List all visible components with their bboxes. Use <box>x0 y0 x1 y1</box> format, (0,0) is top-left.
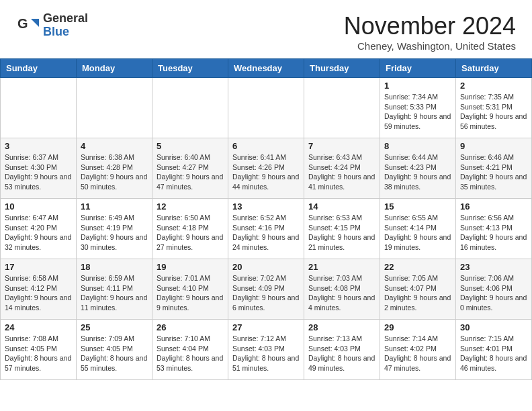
calendar-cell: 3Sunrise: 6:37 AMSunset: 4:30 PMDaylight… <box>1 138 77 199</box>
calendar-week-5: 24Sunrise: 7:08 AMSunset: 4:05 PMDayligh… <box>1 320 532 380</box>
day-number: 19 <box>157 262 224 272</box>
location: Cheney, Washington, United States <box>344 40 516 52</box>
page-header: G General Blue November 2024 Cheney, Was… <box>0 0 532 58</box>
weekday-header-saturday: Saturday <box>456 59 532 78</box>
day-info: Sunrise: 6:49 AMSunset: 4:19 PMDaylight:… <box>81 213 148 253</box>
day-number: 16 <box>460 201 527 212</box>
day-info: Sunrise: 7:03 AMSunset: 4:08 PMDaylight:… <box>308 273 375 313</box>
day-number: 11 <box>81 201 148 212</box>
calendar-cell: 1Sunrise: 7:34 AMSunset: 5:33 PMDaylight… <box>380 78 456 138</box>
day-number: 3 <box>5 141 72 151</box>
day-info: Sunrise: 7:12 AMSunset: 4:03 PMDaylight:… <box>232 334 300 373</box>
calendar-cell: 18Sunrise: 6:59 AMSunset: 4:11 PMDayligh… <box>77 259 152 320</box>
calendar-cell: 5Sunrise: 6:40 AMSunset: 4:27 PMDaylight… <box>152 138 228 199</box>
day-info: Sunrise: 7:15 AMSunset: 4:01 PMDaylight:… <box>460 334 527 373</box>
day-number: 18 <box>81 262 148 272</box>
day-info: Sunrise: 6:52 AMSunset: 4:16 PMDaylight:… <box>232 213 300 253</box>
day-info: Sunrise: 7:06 AMSunset: 4:06 PMDaylight:… <box>460 273 527 313</box>
logo-blue: Blue <box>43 26 88 39</box>
calendar-week-1: 1Sunrise: 7:34 AMSunset: 5:33 PMDaylight… <box>1 78 532 138</box>
day-info: Sunrise: 6:43 AMSunset: 4:24 PMDaylight:… <box>308 152 375 192</box>
svg-text:G: G <box>17 16 28 31</box>
day-info: Sunrise: 6:38 AMSunset: 4:28 PMDaylight:… <box>81 152 148 192</box>
calendar-week-4: 17Sunrise: 6:58 AMSunset: 4:12 PMDayligh… <box>1 259 532 320</box>
calendar-cell: 10Sunrise: 6:47 AMSunset: 4:20 PMDayligh… <box>1 199 77 259</box>
day-info: Sunrise: 7:09 AMSunset: 4:05 PMDaylight:… <box>81 334 148 373</box>
calendar-week-2: 3Sunrise: 6:37 AMSunset: 4:30 PMDaylight… <box>1 138 532 199</box>
day-number: 21 <box>308 262 375 272</box>
calendar-cell: 27Sunrise: 7:12 AMSunset: 4:03 PMDayligh… <box>228 320 304 380</box>
day-number: 29 <box>384 322 451 332</box>
weekday-header-tuesday: Tuesday <box>152 59 228 78</box>
calendar-cell: 2Sunrise: 7:35 AMSunset: 5:31 PMDaylight… <box>456 78 532 138</box>
day-info: Sunrise: 7:35 AMSunset: 5:31 PMDaylight:… <box>460 92 527 132</box>
calendar-cell: 4Sunrise: 6:38 AMSunset: 4:28 PMDaylight… <box>77 138 152 199</box>
day-info: Sunrise: 7:13 AMSunset: 4:03 PMDaylight:… <box>308 334 375 373</box>
day-number: 10 <box>5 201 72 212</box>
calendar-cell: 26Sunrise: 7:10 AMSunset: 4:04 PMDayligh… <box>152 320 228 380</box>
day-info: Sunrise: 7:34 AMSunset: 5:33 PMDaylight:… <box>384 92 451 132</box>
day-number: 5 <box>157 141 224 151</box>
day-info: Sunrise: 7:08 AMSunset: 4:05 PMDaylight:… <box>5 334 72 373</box>
calendar-cell: 16Sunrise: 6:56 AMSunset: 4:13 PMDayligh… <box>456 199 532 259</box>
svg-marker-2 <box>31 19 39 27</box>
day-number: 15 <box>384 201 451 212</box>
day-info: Sunrise: 6:55 AMSunset: 4:14 PMDaylight:… <box>384 213 451 253</box>
calendar-table: SundayMondayTuesdayWednesdayThursdayFrid… <box>0 58 532 380</box>
month-title: November 2024 <box>344 12 516 40</box>
day-info: Sunrise: 6:56 AMSunset: 4:13 PMDaylight:… <box>460 213 527 253</box>
day-info: Sunrise: 6:44 AMSunset: 4:23 PMDaylight:… <box>384 152 451 192</box>
day-number: 22 <box>384 262 451 272</box>
day-info: Sunrise: 6:41 AMSunset: 4:26 PMDaylight:… <box>232 152 300 192</box>
day-info: Sunrise: 7:10 AMSunset: 4:04 PMDaylight:… <box>157 334 224 373</box>
weekday-header-row: SundayMondayTuesdayWednesdayThursdayFrid… <box>1 59 532 78</box>
day-number: 12 <box>157 201 224 212</box>
day-number: 4 <box>81 141 148 151</box>
calendar-cell: 30Sunrise: 7:15 AMSunset: 4:01 PMDayligh… <box>456 320 532 380</box>
calendar-cell: 24Sunrise: 7:08 AMSunset: 4:05 PMDayligh… <box>1 320 77 380</box>
day-number: 6 <box>232 141 300 151</box>
day-info: Sunrise: 6:47 AMSunset: 4:20 PMDaylight:… <box>5 213 72 253</box>
day-number: 7 <box>308 141 375 151</box>
day-info: Sunrise: 6:53 AMSunset: 4:15 PMDaylight:… <box>308 213 375 253</box>
calendar-cell: 8Sunrise: 6:44 AMSunset: 4:23 PMDaylight… <box>380 138 456 199</box>
day-number: 30 <box>460 322 527 332</box>
day-info: Sunrise: 7:05 AMSunset: 4:07 PMDaylight:… <box>384 273 451 313</box>
calendar-cell: 25Sunrise: 7:09 AMSunset: 4:05 PMDayligh… <box>77 320 152 380</box>
day-info: Sunrise: 6:46 AMSunset: 4:21 PMDaylight:… <box>460 152 527 192</box>
day-info: Sunrise: 6:40 AMSunset: 4:27 PMDaylight:… <box>157 152 224 192</box>
calendar-cell: 6Sunrise: 6:41 AMSunset: 4:26 PMDaylight… <box>228 138 304 199</box>
calendar-cell: 15Sunrise: 6:55 AMSunset: 4:14 PMDayligh… <box>380 199 456 259</box>
day-info: Sunrise: 7:01 AMSunset: 4:10 PMDaylight:… <box>157 273 224 313</box>
weekday-header-thursday: Thursday <box>304 59 380 78</box>
calendar-cell: 12Sunrise: 6:50 AMSunset: 4:18 PMDayligh… <box>152 199 228 259</box>
day-number: 24 <box>5 322 72 332</box>
day-number: 14 <box>308 201 375 212</box>
calendar-cell <box>228 78 304 138</box>
title-block: November 2024 Cheney, Washington, United… <box>344 12 516 52</box>
logo-general: General <box>43 12 88 26</box>
calendar-cell <box>152 78 228 138</box>
day-info: Sunrise: 6:50 AMSunset: 4:18 PMDaylight:… <box>157 213 224 253</box>
day-info: Sunrise: 6:37 AMSunset: 4:30 PMDaylight:… <box>5 152 72 192</box>
day-info: Sunrise: 6:58 AMSunset: 4:12 PMDaylight:… <box>5 273 72 313</box>
calendar-cell: 19Sunrise: 7:01 AMSunset: 4:10 PMDayligh… <box>152 259 228 320</box>
calendar-cell: 9Sunrise: 6:46 AMSunset: 4:21 PMDaylight… <box>456 138 532 199</box>
weekday-header-sunday: Sunday <box>1 59 77 78</box>
day-number: 8 <box>384 141 451 151</box>
calendar-cell <box>77 78 152 138</box>
day-number: 27 <box>232 322 300 332</box>
day-number: 20 <box>232 262 300 272</box>
calendar-cell: 21Sunrise: 7:03 AMSunset: 4:08 PMDayligh… <box>304 259 380 320</box>
calendar-cell: 22Sunrise: 7:05 AMSunset: 4:07 PMDayligh… <box>380 259 456 320</box>
day-number: 17 <box>5 262 72 272</box>
day-number: 13 <box>232 201 300 212</box>
calendar-week-3: 10Sunrise: 6:47 AMSunset: 4:20 PMDayligh… <box>1 199 532 259</box>
calendar-cell: 28Sunrise: 7:13 AMSunset: 4:03 PMDayligh… <box>304 320 380 380</box>
weekday-header-friday: Friday <box>380 59 456 78</box>
day-info: Sunrise: 7:14 AMSunset: 4:02 PMDaylight:… <box>384 334 451 373</box>
day-number: 23 <box>460 262 527 272</box>
calendar-cell: 20Sunrise: 7:02 AMSunset: 4:09 PMDayligh… <box>228 259 304 320</box>
day-number: 2 <box>460 81 527 91</box>
calendar-cell <box>304 78 380 138</box>
